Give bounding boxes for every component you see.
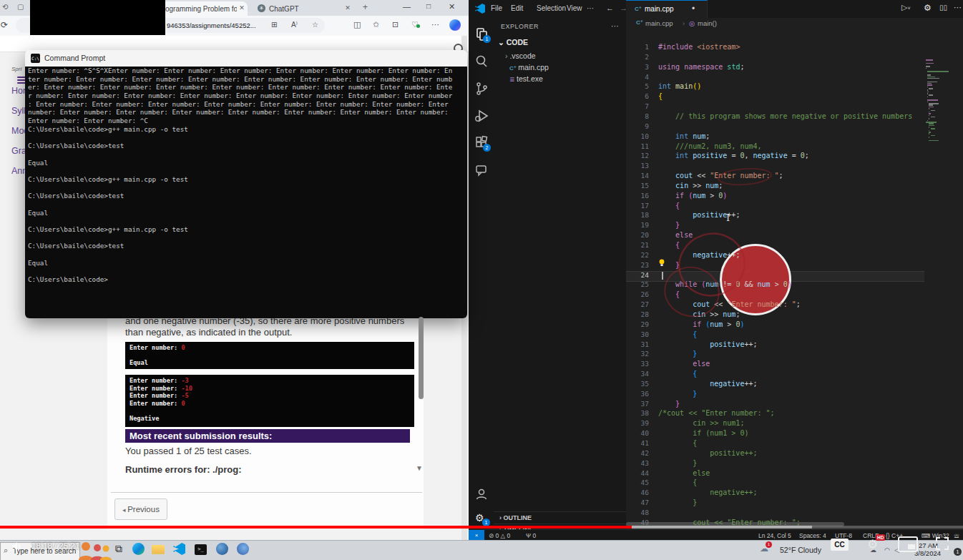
outline-section[interactable]: › OUTLINE — [494, 511, 626, 524]
window-close-icon[interactable]: ✕ — [449, 2, 455, 11]
content-scrollbar[interactable] — [419, 317, 424, 399]
cmd-title-bar[interactable]: C:\ Command Prompt — [25, 50, 467, 67]
video-progress-bar[interactable] — [0, 526, 963, 529]
ports-status[interactable]: Ψ 0 — [526, 532, 536, 539]
cursor-position-status[interactable]: Ln 24, Col 5 — [758, 532, 791, 539]
indentation-status[interactable]: Spaces: 4 — [799, 532, 826, 539]
browser-essentials-icon[interactable]: ♡ — [411, 20, 419, 29]
search-icon[interactable] — [474, 54, 489, 69]
notifications-bell-icon[interactable]: 🛎 — [954, 532, 960, 539]
tray-clock[interactable]: 27 AM — [919, 541, 938, 549]
favorite-star-icon[interactable]: ☆ — [312, 21, 318, 29]
editor-gear-icon[interactable]: ⚙ — [924, 3, 932, 13]
read-aloud-icon[interactable]: A) — [291, 21, 298, 29]
minimap-line — [927, 77, 935, 78]
split-editor-icon[interactable]: ▯▯ — [939, 4, 947, 11]
explanation-paragraph: and one negative number (-35), so there … — [125, 315, 408, 338]
tree-item-maincpp[interactable]: C⁺ main.cpp — [494, 63, 626, 74]
tray-network-icon[interactable]: ◠ — [884, 546, 890, 554]
expand-chevron-icon[interactable]: ▼ — [416, 464, 423, 472]
minimap-line — [929, 133, 929, 134]
volume-icon[interactable] — [11, 541, 23, 554]
edge-browser-window: ⟲ ▢ ogramming Problem for ✕ ✳ ChatGPT ✕ … — [0, 0, 469, 540]
run-button[interactable]: ▷˅ — [901, 3, 911, 12]
source-control-icon[interactable] — [474, 81, 489, 97]
errors-status[interactable]: ⊘ 0 △ 0 — [489, 532, 510, 539]
cmd-line: number: Enter number: Enter number: Ente… — [28, 108, 467, 117]
folder-root-row[interactable]: ⌄ CODE — [494, 38, 626, 49]
split-screen-icon[interactable]: ⊞ — [271, 21, 277, 29]
console-line: Enter number: -10 — [129, 385, 414, 393]
menu-item-edit[interactable]: Edit — [511, 4, 523, 12]
task-view-icon[interactable]: ⧉ — [115, 543, 122, 555]
file-explorer-icon[interactable] — [152, 545, 165, 554]
minimap-line — [929, 132, 930, 133]
video-played-bar — [0, 526, 632, 529]
notification-center-badge[interactable]: 1 — [954, 548, 962, 556]
collections-icon[interactable]: ⊡ — [392, 20, 399, 29]
terminal-taskbar-icon[interactable]: >_ — [195, 544, 207, 555]
window-maximize-icon[interactable]: □ — [426, 2, 431, 10]
nav-back-icon[interactable]: ← — [606, 4, 614, 12]
cmd-line — [28, 167, 467, 175]
cmd-line: C:\Users\baile\code> — [28, 275, 467, 284]
code-line: 10 int num; — [626, 132, 963, 142]
weather-alert-icon[interactable]: ☁1 — [760, 544, 768, 554]
tree-item-testexe[interactable]: ≣ test.exe — [494, 74, 626, 86]
window-minimize-icon[interactable]: — — [403, 2, 411, 11]
chat-icon[interactable] — [474, 162, 489, 178]
cpp-file-icon: C⁺ — [509, 65, 518, 72]
remote-indicator[interactable]: × — [469, 530, 484, 541]
favorites-bar-icon[interactable]: ✩ — [373, 20, 379, 29]
minimap-line — [927, 87, 928, 88]
app-icon-blue-2[interactable] — [237, 543, 249, 555]
cmd-line: C:\Users\baile\code>test — [28, 142, 467, 150]
run-debug-icon[interactable] — [474, 108, 489, 124]
cpp-file-icon: C⁺ — [635, 6, 642, 12]
code-line: 31 positive++; — [626, 340, 963, 350]
code-line: 14 cout << "Enter number: "; — [626, 172, 963, 182]
captions-button[interactable]: CC — [831, 539, 849, 551]
accounts-icon[interactable] — [474, 486, 489, 502]
previous-button[interactable]: ◂ Previous — [114, 498, 167, 520]
breadcrumb-symbol[interactable]: main() — [698, 19, 717, 27]
menu-item-file[interactable]: File — [491, 4, 502, 12]
explorer-more-actions-icon[interactable]: ⋯ — [611, 21, 619, 31]
explorer-icon[interactable]: 1 — [474, 26, 489, 42]
fullscreen-button[interactable] — [936, 537, 949, 553]
weather-text[interactable]: 52°F Cloudy — [780, 546, 821, 554]
menu-item-selection[interactable]: Selection — [537, 4, 566, 12]
modified-dot-icon[interactable]: • — [692, 4, 695, 14]
tab-close-icon[interactable]: ✕ — [238, 4, 246, 11]
editor-more-actions-icon[interactable]: ⋯ — [954, 3, 962, 12]
new-tab-icon[interactable]: + — [363, 2, 368, 12]
code-line: 45 { — [626, 478, 963, 488]
browser-tab-chatgpt[interactable]: ✳ ChatGPT ✕ — [252, 1, 358, 16]
editor-tab-maincpp[interactable]: C⁺ main.cpp • — [626, 0, 708, 19]
miniplayer-button[interactable] — [898, 536, 918, 552]
breadcrumb[interactable]: C⁺ main.cpp › ◎ main() — [626, 18, 963, 29]
cmd-line: Equal — [28, 209, 467, 217]
refresh-icon[interactable]: ⟳ — [1, 20, 8, 30]
split-window-icon[interactable]: ◫ — [353, 20, 361, 29]
minimap[interactable] — [924, 18, 953, 529]
command-prompt-window[interactable]: C:\ Command Prompt Enter number: ^S^S^XE… — [25, 50, 467, 318]
edge-taskbar-icon[interactable] — [132, 543, 145, 555]
tab-close-icon[interactable]: ✕ — [343, 4, 352, 11]
workspaces-icon[interactable]: ▢ — [17, 3, 24, 11]
quick-fix-lightbulb-icon[interactable] — [658, 257, 665, 270]
code-editor[interactable]: 1#include <iostream>23using namespace st… — [626, 18, 963, 529]
menu-item-···[interactable]: ··· — [587, 4, 594, 12]
tree-item-vscode-folder[interactable]: › .vscode — [494, 51, 626, 63]
extensions-icon[interactable]: 2 — [474, 135, 489, 151]
tab-history-icon[interactable]: ⟲ — [2, 3, 8, 11]
editor-group[interactable]: C⁺ main.cpp • ▷˅ ⚙ ▯▯ ⋯ 1#include <iostr… — [626, 0, 963, 529]
code-line: 46 negative++; — [626, 488, 963, 498]
encoding-status[interactable]: UTF-8 — [835, 532, 852, 539]
breadcrumb-file[interactable]: main.cpp — [645, 19, 673, 27]
more-options-icon[interactable]: ⋯ — [431, 20, 439, 29]
code-line: 20 else — [626, 231, 963, 241]
app-icon-blue-1[interactable] — [216, 543, 228, 555]
copilot-icon[interactable] — [449, 19, 461, 31]
menu-item-view[interactable]: View — [567, 4, 582, 12]
